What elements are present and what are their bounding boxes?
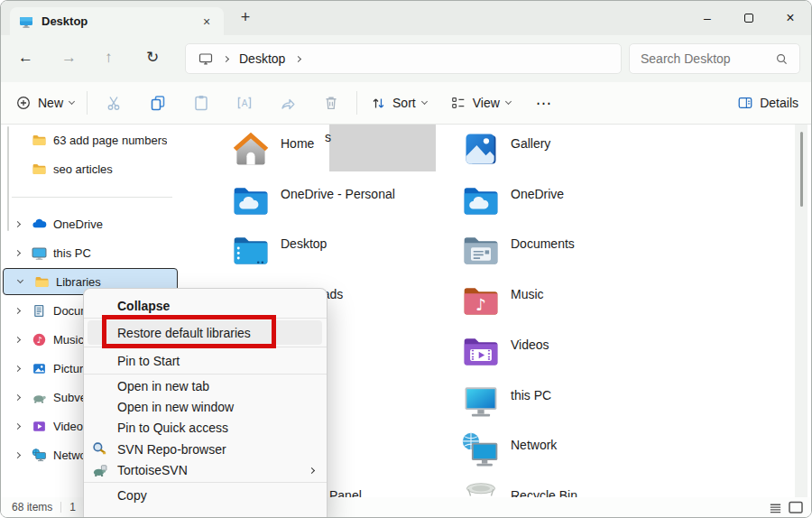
sort-button[interactable]: Sort xyxy=(371,96,427,111)
selected-item-visible-text: s xyxy=(325,130,331,144)
context-menu-item-pin-to-start[interactable]: Pin to Start xyxy=(84,348,327,373)
chevron-right-icon[interactable] xyxy=(14,365,21,371)
breadcrumb-segment[interactable]: Desktop xyxy=(239,51,285,66)
chevron-right-icon[interactable] xyxy=(14,422,21,429)
vertical-scrollbar-thumb[interactable] xyxy=(800,132,803,207)
view-label: View xyxy=(473,96,500,110)
refresh-button[interactable]: ↻ xyxy=(146,47,159,69)
share-icon xyxy=(279,94,297,112)
desktop-folder-icon xyxy=(231,229,271,269)
music-folder-icon: ♪ xyxy=(461,280,501,319)
context-menu-item-label: Open in new window xyxy=(117,400,234,414)
submenu-arrow-icon xyxy=(309,467,315,474)
file-tile-network[interactable]: Network xyxy=(461,430,678,476)
close-button[interactable]: × xyxy=(770,1,811,35)
details-pane-button[interactable]: Details xyxy=(737,95,798,111)
selected-item-partial[interactable]: s xyxy=(323,125,436,171)
documents-library-icon xyxy=(32,303,47,319)
rename-button[interactable]: A xyxy=(223,94,266,112)
chevron-right-icon[interactable] xyxy=(14,249,21,255)
recycle-bin-icon xyxy=(461,481,501,497)
sidebar-item-63-add-page-numbers[interactable]: 63 add page numbers xyxy=(1,126,178,153)
chevron-right-icon[interactable] xyxy=(14,451,21,458)
file-tile-onedrive[interactable]: OneDrive xyxy=(461,180,678,225)
new-button[interactable]: New xyxy=(15,95,74,111)
paste-button[interactable] xyxy=(180,94,223,112)
up-button[interactable]: ↑ xyxy=(105,47,113,69)
sidebar-item-this-pc[interactable]: this PC xyxy=(1,239,178,266)
file-tile-music[interactable]: ♪Music xyxy=(461,280,678,325)
folder-icon xyxy=(32,133,47,148)
videos-folder-icon xyxy=(461,330,501,370)
file-tile-videos[interactable]: Videos xyxy=(461,330,678,375)
context-menu-item-open-in-new-window[interactable]: Open in new window xyxy=(84,396,327,417)
more-options-button[interactable]: ⋯ xyxy=(536,94,552,113)
this-pc-icon xyxy=(461,381,501,421)
cut-icon xyxy=(106,94,124,112)
file-tile-onedrive-personal[interactable]: OneDrive - Personal xyxy=(231,180,448,225)
file-tile-recycle-bin[interactable]: Recycle Bin xyxy=(461,481,678,497)
chevron-right-icon[interactable] xyxy=(14,220,21,227)
context-menu-item-label: Pin to Quick access xyxy=(117,421,228,435)
address-bar[interactable]: Desktop xyxy=(185,43,622,74)
chevron-right-icon[interactable] xyxy=(14,393,21,400)
icons-view-icon[interactable] xyxy=(788,500,804,514)
file-tile-gallery[interactable]: Gallery xyxy=(461,129,678,174)
view-button[interactable]: View xyxy=(450,95,511,111)
delete-button[interactable] xyxy=(309,94,353,112)
new-tab-button[interactable]: + xyxy=(235,8,255,27)
desktop-tab-icon xyxy=(19,14,33,29)
context-menu-item-pin-to-quick-access[interactable]: Pin to Quick access xyxy=(84,418,327,439)
chevron-right-icon[interactable] xyxy=(295,55,301,61)
list-view-icon[interactable] xyxy=(767,500,783,514)
context-menu-item-label: Copy xyxy=(117,488,147,503)
minimize-button[interactable]: – xyxy=(687,1,728,35)
search-icon xyxy=(775,52,789,66)
cut-button[interactable] xyxy=(93,94,136,112)
chevron-right-icon[interactable] xyxy=(223,55,229,61)
copy-button[interactable] xyxy=(136,94,180,112)
bottom-item-visible-text[interactable]: Panel xyxy=(329,488,362,497)
sidebar-scrollbar[interactable] xyxy=(7,126,9,231)
context-menu-item-collapse[interactable]: Collapse xyxy=(84,294,327,317)
back-button[interactable]: ← xyxy=(18,47,33,69)
documents-folder-icon xyxy=(461,229,501,269)
annotation-highlight-box xyxy=(102,315,276,348)
sidebar-item-onedrive[interactable]: OneDrive xyxy=(1,210,178,237)
context-menu-item-copy[interactable]: Copy xyxy=(84,484,327,507)
tab-close-icon[interactable]: × xyxy=(198,14,215,29)
onedrive-folder-icon xyxy=(231,180,271,219)
network-icon xyxy=(32,448,47,463)
context-menu-item-tortoisesvn[interactable]: TortoiseSVN xyxy=(84,460,327,481)
context-menu-item-open-in-new-tab[interactable]: Open in new tab xyxy=(84,375,327,396)
file-tile-label: Network xyxy=(511,438,557,452)
toolbar-divider xyxy=(356,91,357,115)
svg-text:♪: ♪ xyxy=(475,295,486,314)
videos-library-icon xyxy=(32,419,47,434)
file-tile-documents[interactable]: Documents xyxy=(461,229,678,274)
tab-desktop[interactable]: Desktop × xyxy=(10,7,224,35)
file-tile-this-pc[interactable]: this PC xyxy=(461,381,678,426)
share-button[interactable] xyxy=(266,94,309,112)
maximize-button[interactable] xyxy=(728,1,770,35)
onedrive-folder-icon xyxy=(461,180,501,219)
file-tile-desktop[interactable]: Desktop xyxy=(231,229,448,274)
sidebar-item-seo-articles[interactable]: seo articles xyxy=(1,155,178,182)
folder-icon xyxy=(32,162,47,177)
sidebar-divider xyxy=(12,197,172,198)
chevron-down-icon xyxy=(421,98,428,105)
forward-button[interactable]: → xyxy=(61,47,77,69)
sidebar-item-label: Music xyxy=(53,333,84,347)
chevron-right-icon[interactable] xyxy=(14,307,21,313)
context-menu-item-svn-repo-browser[interactable]: SVN Repo-browser xyxy=(84,439,327,459)
selection-highlight xyxy=(329,125,436,171)
file-tile-label: Music xyxy=(511,287,544,301)
chevron-right-icon[interactable] xyxy=(14,336,21,342)
file-tile-label: Home xyxy=(281,136,314,151)
chevron-down-icon[interactable] xyxy=(17,277,23,283)
context-menu-item-label: Pin to Start xyxy=(117,354,180,368)
search-placeholder: Search Desktop xyxy=(641,51,775,66)
view-icon xyxy=(450,95,466,111)
search-box[interactable]: Search Desktop xyxy=(629,43,800,74)
sidebar-item-label: 63 add page numbers xyxy=(53,134,167,147)
